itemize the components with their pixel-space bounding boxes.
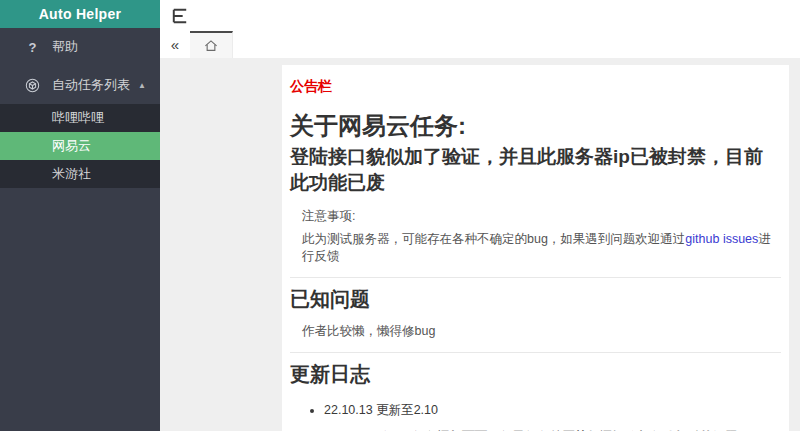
- github-issues-link[interactable]: github issues: [685, 232, 758, 246]
- question-icon: ?: [24, 40, 41, 55]
- announcement-title: 关于网易云任务:: [290, 110, 781, 142]
- changelog-item: 22.10.13 更新至2.10: [324, 402, 781, 419]
- divider: [290, 352, 781, 353]
- announcement-badge: 公告栏: [290, 78, 781, 96]
- announcement-panel: 公告栏 关于网易云任务: 登陆接口貌似加了验证，并且此服务器ip已被封禁，目前此…: [282, 65, 789, 431]
- sidebar-item-bilibili[interactable]: 哔哩哔哩: [0, 104, 160, 132]
- tab-home[interactable]: [190, 31, 233, 58]
- sidebar-item-label: 自动任务列表: [52, 76, 130, 94]
- changelog-list: 22.10.13 更新至2.1022.3.21 修复bili任务添加页面，每日任…: [290, 402, 781, 431]
- tab-bar: «: [160, 31, 800, 59]
- note-line: 注意事项:: [302, 208, 781, 225]
- main-content: 公告栏 关于网易云任务: 登陆接口貌似加了验证，并且此服务器ip已被封禁，目前此…: [160, 58, 800, 431]
- divider: [290, 277, 781, 278]
- topbar: [160, 0, 800, 31]
- home-icon: [204, 39, 218, 52]
- sidebar-item-auto-tasks[interactable]: 自动任务列表 ▲: [0, 66, 160, 104]
- sidebar: Auto Helper ? 帮助 自动任务列表 ▲ 哔哩哔哩 网易云 米游社: [0, 0, 160, 431]
- collapse-sidebar-icon[interactable]: [170, 6, 190, 25]
- known-issues-title: 已知问题: [290, 286, 781, 313]
- caret-up-icon: ▲: [138, 81, 146, 90]
- collapse-tabs-icon[interactable]: «: [160, 31, 190, 58]
- note-line: 此为测试服务器，可能存在各种不确定的bug，如果遇到问题欢迎通过github i…: [302, 231, 781, 265]
- sidebar-submenu: 哔哩哔哩 网易云 米游社: [0, 104, 160, 188]
- announcement-subtitle: 登陆接口貌似加了验证，并且此服务器ip已被封禁，目前此功能已废: [290, 144, 781, 196]
- changelog-title: 更新日志: [290, 361, 781, 388]
- known-issues-body: 作者比较懒，懒得修bug: [302, 323, 781, 340]
- app-logo: Auto Helper: [0, 0, 160, 28]
- sidebar-item-miyoushe[interactable]: 米游社: [0, 160, 160, 188]
- app-cube-icon: [24, 78, 41, 93]
- sidebar-item-help[interactable]: ? 帮助: [0, 28, 160, 66]
- sidebar-item-netease[interactable]: 网易云: [0, 132, 160, 160]
- app-window: Auto Helper ? 帮助 自动任务列表 ▲ 哔哩哔哩 网易云 米游社: [0, 0, 800, 431]
- sidebar-item-label: 帮助: [52, 38, 78, 56]
